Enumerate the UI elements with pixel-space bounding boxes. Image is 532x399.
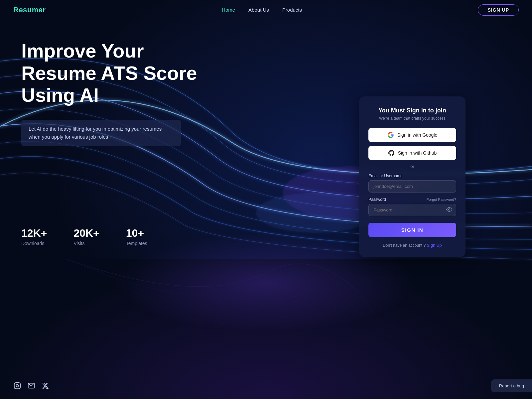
- svg-point-4: [16, 384, 18, 387]
- signin-card-subtitle: We're a team that crafts your success: [368, 116, 456, 121]
- forgot-password-link[interactable]: Forgot Password?: [427, 198, 456, 201]
- nav-link-home[interactable]: Home: [222, 7, 235, 13]
- signin-card-title: You Must Sign in to join: [368, 107, 456, 114]
- email-input[interactable]: [368, 180, 456, 193]
- svg-point-2: [449, 208, 450, 210]
- stat-downloads: 12K+ Downloads: [21, 227, 47, 246]
- brand-logo[interactable]: Resumer: [13, 6, 46, 14]
- stats-section: 12K+ Downloads 20K+ Visits 10+ Templates: [21, 227, 147, 246]
- stat-visits: 20K+ Visits: [73, 227, 99, 246]
- no-account-text: Don't have an account ?: [383, 243, 426, 248]
- toggle-password-icon[interactable]: [446, 206, 452, 214]
- password-label: Password: [368, 197, 386, 202]
- stat-templates: 10+ Templates: [126, 227, 147, 246]
- password-field-header: Password Forgot Password?: [368, 197, 456, 202]
- report-bug-button[interactable]: Report a bug: [491, 379, 532, 392]
- signin-button[interactable]: SIGN IN: [368, 223, 456, 237]
- stat-visits-label: Visits: [73, 241, 99, 246]
- github-signin-label: Sign in with Github: [398, 150, 437, 156]
- hero-subtitle: Let AI do the heavy lifting for you in o…: [21, 120, 181, 146]
- signup-link[interactable]: Sign Up: [427, 243, 442, 248]
- stat-templates-number: 10+: [126, 227, 147, 239]
- stat-downloads-label: Downloads: [21, 241, 47, 246]
- signup-link-row: Don't have an account ? Sign Up: [368, 243, 456, 248]
- nav-item-products[interactable]: Products: [282, 7, 302, 13]
- stat-downloads-number: 12K+: [21, 227, 47, 239]
- nav-link-products[interactable]: Products: [282, 7, 302, 13]
- twitter-x-icon[interactable]: [41, 382, 49, 390]
- stat-visits-number: 20K+: [73, 227, 99, 239]
- password-field-wrap: [368, 204, 456, 216]
- nav-link-about[interactable]: About Us: [248, 7, 269, 13]
- stat-templates-label: Templates: [126, 241, 147, 246]
- email-icon[interactable]: [27, 382, 35, 390]
- google-icon: [387, 132, 394, 138]
- github-signin-button[interactable]: Sign in with Github: [368, 146, 456, 160]
- svg-rect-3: [14, 383, 20, 389]
- svg-point-5: [19, 384, 19, 384]
- hero-section: Improve Your Resume ATS Score Using AI L…: [21, 40, 207, 146]
- nav-links: Home About Us Products: [222, 7, 302, 13]
- signin-card: You Must Sign in to join We're a team th…: [359, 96, 466, 257]
- signup-button[interactable]: SIGN UP: [478, 4, 519, 16]
- email-label: Email or Username: [368, 174, 456, 178]
- hero-title: Improve Your Resume ATS Score Using AI: [21, 40, 207, 106]
- password-input[interactable]: [368, 204, 456, 216]
- google-signin-label: Sign in with Google: [397, 132, 438, 138]
- navbar: Resumer Home About Us Products SIGN UP: [0, 0, 532, 20]
- google-signin-button[interactable]: Sign in with Google: [368, 128, 456, 142]
- or-divider: or: [368, 164, 456, 169]
- nav-item-about[interactable]: About Us: [248, 7, 269, 13]
- instagram-icon[interactable]: [13, 382, 21, 390]
- footer-social: [13, 382, 49, 390]
- github-icon: [388, 150, 395, 156]
- nav-item-home[interactable]: Home: [222, 7, 235, 13]
